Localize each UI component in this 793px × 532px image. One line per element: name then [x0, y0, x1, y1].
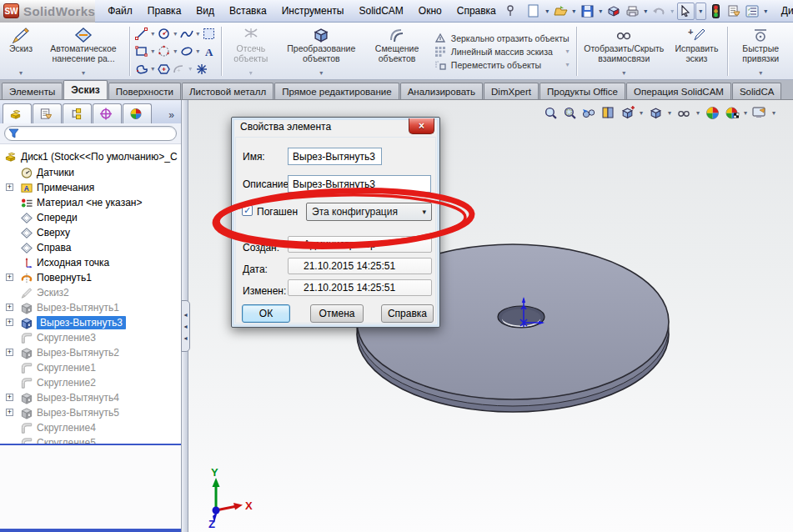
view-orientation-caret-icon[interactable]: ▾: [638, 109, 645, 117]
help-button[interactable]: Справка: [381, 304, 434, 323]
tree-item-sketch2[interactable]: Эскиз2: [0, 285, 181, 300]
move-entities-button[interactable]: Переместить объекты ▾: [434, 59, 570, 70]
tab-solidcam[interactable]: SolidCA: [732, 83, 782, 99]
save-icon[interactable]: [579, 3, 596, 20]
quick-snaps-button[interactable]: Быстрые привязки ▾: [730, 23, 791, 79]
selection-box-icon[interactable]: [202, 27, 217, 42]
sketch-button[interactable]: Эскиз ▾: [2, 23, 40, 79]
hide-show-items-icon[interactable]: [675, 104, 692, 121]
tab-direct-editing[interactable]: Прямое редактирование: [274, 83, 399, 99]
autodimension-caret-icon[interactable]: ▾: [82, 68, 85, 80]
menu-insert[interactable]: Вставка: [222, 2, 274, 20]
expand-icon[interactable]: +: [6, 304, 13, 311]
dialog-close-button[interactable]: ×: [409, 118, 434, 134]
line-tool-icon[interactable]: [134, 27, 149, 42]
cancel-button[interactable]: Отмена: [310, 304, 364, 323]
select-tool-icon[interactable]: [677, 3, 695, 20]
section-view-icon[interactable]: [600, 104, 616, 121]
menu-edit[interactable]: Правка: [140, 2, 189, 20]
featuremanager-tree-tab[interactable]: [3, 103, 32, 123]
edit-appearance-icon[interactable]: [704, 104, 720, 121]
pin-menu-icon[interactable]: [505, 5, 515, 17]
circle-caret-icon[interactable]: ▾: [172, 30, 179, 38]
previous-view-icon[interactable]: [580, 104, 597, 121]
repair-sketch-button[interactable]: + Исправить эскиз: [669, 23, 724, 79]
tree-filter-input[interactable]: [4, 126, 177, 141]
spline-tool-icon[interactable]: [179, 27, 194, 42]
print-preview-icon[interactable]: [605, 3, 623, 20]
select-tool-caret-icon[interactable]: ▾: [695, 3, 706, 20]
tree-item-cut-extrude2[interactable]: + Вырез-Вытянуть2: [0, 345, 181, 360]
autodimension-button[interactable]: Автоматическое нанесение ра... ▾: [40, 23, 127, 79]
configuration-manager-tab[interactable]: [63, 103, 92, 123]
apply-scene-caret-icon[interactable]: ▾: [742, 109, 749, 117]
property-manager-tab[interactable]: [33, 103, 62, 123]
ellipse-tool-icon[interactable]: [179, 44, 194, 59]
tab-dimxpert[interactable]: DimXpert: [484, 83, 539, 99]
description-input[interactable]: [288, 175, 431, 193]
tab-sheet-metal[interactable]: Листовой металл: [182, 83, 274, 99]
tree-item-right-plane[interactable]: Справа: [0, 240, 181, 255]
view-settings-icon[interactable]: [751, 104, 768, 121]
freeform-tool-icon[interactable]: [134, 62, 149, 77]
file-properties-icon[interactable]: [725, 3, 743, 20]
panel-overflow-chevron-icon[interactable]: »: [168, 109, 178, 123]
apply-scene-icon[interactable]: [723, 104, 740, 121]
panel-collapse-handle[interactable]: ◂ ◂ ◂: [181, 300, 190, 352]
tab-features[interactable]: Элементы: [2, 83, 63, 99]
menu-file[interactable]: Файл: [100, 2, 140, 20]
tree-item-cut-extrude5[interactable]: + Вырез-Вытянуть5: [0, 405, 181, 420]
tree-item-cut-extrude1[interactable]: + Вырез-Вытянуть1: [0, 300, 181, 315]
rebuild-traffic-light-icon[interactable]: [707, 3, 725, 20]
tree-item-cut-extrude4[interactable]: + Вырез-Вытянуть4: [0, 390, 181, 405]
rectangle-tool-icon[interactable]: [134, 44, 149, 59]
tree-item-fillet4[interactable]: Скругление4: [0, 420, 181, 435]
tree-item-revolve1[interactable]: + Повернуть1: [0, 270, 181, 285]
name-input[interactable]: [288, 148, 382, 165]
freeform-caret-icon[interactable]: ▾: [149, 65, 157, 73]
ok-button[interactable]: ОК: [242, 304, 290, 323]
tree-item-cut-extrude3-selected[interactable]: + Вырез-Вытянуть3: [0, 315, 181, 330]
tree-item-origin[interactable]: Исходная точка: [0, 255, 181, 270]
expand-icon[interactable]: +: [6, 274, 13, 281]
tab-sketch[interactable]: Эскиз: [63, 80, 108, 99]
tree-item-annotations[interactable]: + Примечания: [0, 180, 181, 195]
show-relations-caret-icon[interactable]: ▾: [622, 68, 625, 80]
expand-icon[interactable]: +: [6, 394, 13, 401]
tree-item-fillet3[interactable]: Скругление3: [0, 330, 181, 345]
polygon-tool-icon[interactable]: [157, 62, 172, 77]
open-document-icon[interactable]: [552, 3, 570, 20]
menu-solidcam[interactable]: SolidCAM: [351, 2, 410, 20]
display-manager-tab[interactable]: [123, 103, 152, 123]
tree-root-part[interactable]: Диск1 (Stock<<По умолчанию>_С: [0, 148, 181, 165]
tree-item-top-plane[interactable]: Сверху: [0, 225, 181, 240]
display-style-icon[interactable]: [647, 104, 664, 121]
ellipse-caret-icon[interactable]: ▾: [194, 48, 202, 55]
expand-icon[interactable]: +: [6, 409, 13, 416]
display-style-caret-icon[interactable]: ▾: [666, 109, 673, 117]
offset-entities-button[interactable]: Смещение объектов: [364, 23, 429, 79]
hide-show-caret-icon[interactable]: ▾: [695, 109, 701, 117]
suppressed-checkbox[interactable]: ✓: [242, 205, 253, 216]
linear-pattern-button[interactable]: Линейный массив эскиза ▾: [434, 46, 570, 57]
quick-snaps-caret-icon[interactable]: ▾: [759, 68, 762, 80]
configuration-dropdown[interactable]: Эта конфигурация ▾: [306, 203, 432, 221]
expand-icon[interactable]: +: [6, 183, 13, 191]
tab-surfaces[interactable]: Поверхности: [108, 83, 181, 99]
expand-icon[interactable]: +: [6, 349, 13, 356]
options-caret-icon[interactable]: ▾: [762, 8, 770, 15]
spline-caret-icon[interactable]: ▾: [194, 30, 202, 38]
show-relations-button[interactable]: Отобразить/Скрыть взаимосвязи ▾: [579, 23, 669, 79]
view-settings-caret-icon[interactable]: ▾: [770, 109, 777, 117]
open-document-caret-icon[interactable]: ▾: [570, 8, 578, 15]
print-caret-icon[interactable]: ▾: [642, 8, 650, 15]
print-icon[interactable]: [624, 3, 641, 20]
zoom-to-fit-icon[interactable]: [542, 104, 559, 121]
centerline-asterisk-icon[interactable]: [194, 62, 209, 77]
point-pattern-icon[interactable]: [157, 44, 172, 59]
mirror-entities-button[interactable]: Зеркально отразить объекты: [434, 33, 570, 43]
tab-solidcam-operation[interactable]: Операция SolidCAM: [626, 83, 731, 99]
options-icon[interactable]: ✓✓: [744, 3, 761, 20]
move-caret-icon[interactable]: ▾: [560, 61, 570, 68]
dimxpert-manager-tab[interactable]: [93, 103, 122, 123]
